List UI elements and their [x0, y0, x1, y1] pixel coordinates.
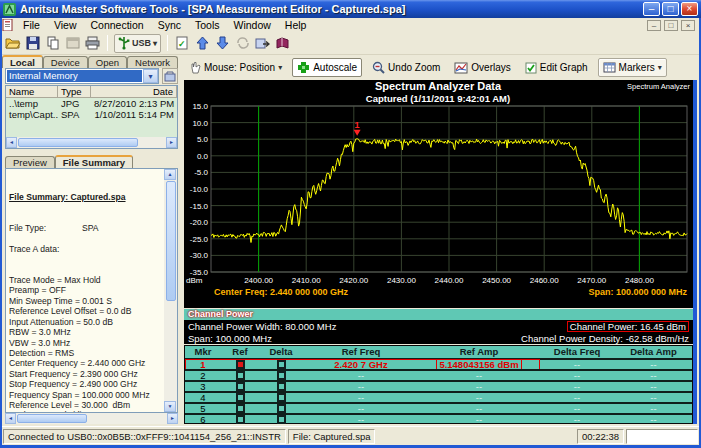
save-button[interactable]: [24, 35, 41, 52]
upload-to-device-button[interactable]: [194, 35, 211, 52]
autoscale-label: Autoscale: [313, 62, 357, 73]
markers-col-ref-freq: Ref Freq: [303, 346, 419, 358]
tab-preview[interactable]: Preview: [5, 156, 55, 168]
delta-checkbox[interactable]: [277, 404, 286, 413]
delta-checkbox[interactable]: [277, 393, 286, 402]
scroll-right-icon[interactable]: ►: [166, 137, 177, 148]
file-list-row[interactable]: ..\tempJPG8/27/2010 2:13 PM: [6, 98, 177, 109]
channel-power-header: Channel Power: [184, 309, 693, 320]
file-summary-lines: File Type: SPA Trace A data: Trace Mode …: [9, 223, 161, 413]
tab-open[interactable]: Open: [88, 56, 127, 68]
markers-col-delta-amp: Delta Amp: [615, 346, 692, 358]
file-date: 1/10/2011 5:14 PM: [91, 109, 177, 120]
overlays-button[interactable]: Overlays: [450, 58, 514, 77]
scroll-left-icon[interactable]: ◄: [5, 413, 16, 424]
help-button[interactable]: [274, 35, 291, 52]
summary-line: Min Sweep Time = 0.001 S: [9, 296, 161, 306]
mouse-mode-select[interactable]: Mouse: Position ▾: [186, 58, 286, 77]
marker-row[interactable]: 4--------: [185, 391, 692, 402]
tab-device[interactable]: Device: [43, 56, 88, 68]
menu-connection[interactable]: Connection: [84, 19, 151, 31]
marker-row[interactable]: 6--------: [185, 413, 692, 424]
scroll-thumb[interactable]: [166, 181, 176, 301]
y-tick-label: 10.0: [192, 119, 208, 128]
open-button[interactable]: [4, 35, 21, 52]
chevron-down-icon[interactable]: ▾: [278, 63, 282, 72]
chart-subtitle: Captured (1/11/2011 9:42:01 AM): [366, 93, 510, 104]
ref-checkbox[interactable]: [236, 371, 245, 380]
chevron-down-icon[interactable]: ▾: [658, 63, 662, 72]
y-unit-label: dBm: [186, 276, 203, 285]
file-list-col-type[interactable]: Type: [58, 86, 91, 97]
menu-help[interactable]: Help: [278, 19, 314, 31]
print-button[interactable]: [84, 35, 101, 52]
sync-button[interactable]: [234, 35, 251, 52]
file-list-col-name[interactable]: Name: [6, 86, 58, 97]
file-list: NameTypeDate ..\tempJPG8/27/2010 2:13 PM…: [5, 85, 178, 149]
marker-row[interactable]: 12.420 7 GHz5.148043156 dBm----: [185, 358, 692, 369]
marker-row[interactable]: 5--------: [185, 402, 692, 413]
marker-row[interactable]: 3--------: [185, 380, 692, 391]
scroll-left-icon[interactable]: ◄: [6, 137, 17, 148]
file-list-col-date[interactable]: Date: [91, 86, 177, 97]
refresh-memory-button[interactable]: [162, 68, 178, 84]
marker-ref-amp: --: [419, 415, 539, 425]
delta-checkbox[interactable]: [277, 382, 286, 391]
download-from-device-button[interactable]: [214, 35, 231, 52]
marker-row[interactable]: 2--------: [185, 369, 692, 380]
ref-checkbox[interactable]: [236, 404, 245, 413]
summary-vscrollbar[interactable]: ▲ ▼: [164, 169, 177, 412]
chevron-down-icon[interactable]: ▾: [153, 39, 157, 48]
minimize-button[interactable]: –: [643, 2, 660, 16]
delta-checkbox[interactable]: [277, 415, 286, 424]
tab-network[interactable]: Network: [127, 56, 178, 68]
undo-zoom-button[interactable]: Undo Zoom: [368, 58, 444, 77]
delta-checkbox[interactable]: [277, 371, 286, 380]
ref-checkbox[interactable]: [236, 360, 245, 369]
marker-delta-amp: --: [615, 382, 692, 392]
edit-graph-toggle[interactable]: Edit Graph: [521, 58, 592, 77]
ref-checkbox[interactable]: [236, 382, 245, 391]
marker-number: 5: [185, 404, 221, 414]
document-icon[interactable]: [2, 19, 14, 31]
menu-window[interactable]: Window: [226, 19, 277, 31]
channel-power-value: Channel Power: 16.45 dBm: [567, 321, 689, 332]
mdi-close-button[interactable]: ×: [681, 20, 695, 31]
panel-edge: [693, 80, 697, 424]
tab-local[interactable]: Local: [2, 55, 43, 68]
verify-file-button[interactable]: ✓: [174, 35, 191, 52]
y-tick-label: -20.0: [190, 218, 209, 227]
ref-checkbox[interactable]: [236, 415, 245, 424]
markers-button[interactable]: Markers ▾: [598, 58, 667, 77]
close-button[interactable]: ×: [681, 2, 698, 16]
menu-sync[interactable]: Sync: [151, 19, 188, 31]
autoscale-button[interactable]: Autoscale: [292, 58, 362, 77]
spectrum-chart[interactable]: Spectrum Analyzer DataCaptured (1/11/201…: [184, 80, 693, 308]
toolbar-separator: [167, 35, 168, 51]
chevron-down-icon[interactable]: ▾: [143, 69, 158, 83]
mdi-minimize-button[interactable]: –: [647, 20, 661, 31]
ref-checkbox[interactable]: [236, 393, 245, 402]
maximize-button[interactable]: □: [662, 2, 679, 16]
file-list-row[interactable]: temp\Capt...SPA1/10/2011 5:14 PM: [6, 109, 177, 120]
file-list-hscrollbar[interactable]: ◄ ►: [6, 137, 177, 148]
window-layout-button[interactable]: [64, 35, 81, 52]
scroll-down-icon[interactable]: ▼: [164, 401, 176, 412]
menu-view[interactable]: View: [47, 19, 84, 31]
scroll-up-icon[interactable]: ▲: [164, 169, 176, 180]
scroll-right-icon[interactable]: ►: [167, 413, 178, 424]
memory-location-select[interactable]: Internal Memory ▾: [5, 68, 159, 84]
delta-checkbox[interactable]: [277, 360, 286, 369]
marker-delta-cell: [259, 360, 303, 369]
menu-file[interactable]: File: [16, 19, 47, 31]
summary-hscrollbar[interactable]: ◄ ►: [5, 413, 178, 424]
usb-connection-button[interactable]: USB ▾: [114, 34, 161, 53]
copy-button[interactable]: [44, 35, 61, 52]
mdi-restore-button[interactable]: □: [664, 20, 678, 31]
tab-file-summary[interactable]: File Summary: [55, 155, 133, 168]
markers-table-icon: [603, 62, 616, 73]
scroll-thumb[interactable]: [18, 138, 138, 147]
menu-tools[interactable]: Tools: [188, 19, 227, 31]
export-button[interactable]: [254, 35, 271, 52]
scroll-thumb[interactable]: [17, 414, 87, 423]
